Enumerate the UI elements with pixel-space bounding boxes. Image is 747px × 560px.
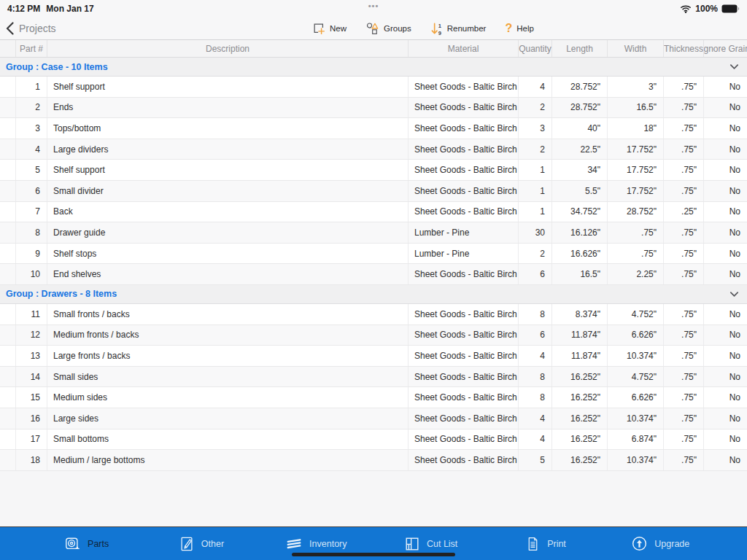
home-indicator[interactable] bbox=[292, 553, 455, 556]
cell-description: Large dividers bbox=[47, 139, 409, 160]
tab-parts[interactable]: Parts bbox=[29, 536, 144, 552]
table-row[interactable]: 8Drawer guideLumber - Pine3016.126".75".… bbox=[0, 222, 747, 244]
table-row[interactable]: 13Large fronts / backsSheet Goods - Balt… bbox=[0, 346, 747, 367]
table-row[interactable]: 4Large dividersSheet Goods - Baltic Birc… bbox=[0, 139, 747, 160]
cell-length: 16.126" bbox=[552, 222, 608, 243]
cell-ignore-grain: No bbox=[704, 264, 747, 284]
tape-measure-icon bbox=[64, 536, 81, 552]
cell-handle bbox=[0, 160, 16, 180]
cell-width: 3" bbox=[608, 77, 664, 97]
back-button-projects[interactable]: Projects bbox=[0, 22, 56, 35]
toolbar-button-help[interactable]: ?Help bbox=[505, 23, 533, 34]
cell-handle bbox=[0, 222, 16, 243]
table-row[interactable]: 18Medium / large bottomsSheet Goods - Ba… bbox=[0, 450, 747, 471]
cell-part: 5 bbox=[16, 160, 47, 180]
cell-description: Large fronts / backs bbox=[47, 346, 409, 366]
cell-quantity: 6 bbox=[519, 325, 552, 346]
cell-handle bbox=[0, 139, 16, 160]
back-chevron-icon bbox=[6, 22, 14, 35]
cell-ignore-grain: No bbox=[704, 139, 747, 160]
tab-print[interactable]: Print bbox=[488, 536, 603, 552]
toolbar-button-renumber[interactable]: 19Renumber bbox=[430, 22, 487, 36]
column-header-length[interactable]: Length bbox=[552, 40, 608, 57]
chevron-down-icon[interactable] bbox=[729, 61, 740, 72]
cell-width: 17.752" bbox=[608, 139, 664, 160]
table-row[interactable]: 12Medium fronts / backsSheet Goods - Bal… bbox=[0, 325, 747, 346]
cell-material: Sheet Goods - Baltic Birch bbox=[409, 98, 519, 118]
cell-length: 5.5" bbox=[552, 181, 608, 201]
table-row[interactable]: 11Small fronts / backsSheet Goods - Balt… bbox=[0, 304, 747, 325]
table-header: Part #DescriptionMaterialQuantityLengthW… bbox=[0, 40, 747, 58]
cell-ignore-grain: No bbox=[704, 202, 747, 222]
cell-length: 16.5" bbox=[552, 264, 608, 284]
table-row[interactable]: 10End shelvesSheet Goods - Baltic Birch6… bbox=[0, 264, 747, 285]
table-row[interactable]: 7BackSheet Goods - Baltic Birch134.752"2… bbox=[0, 202, 747, 223]
cell-part: 15 bbox=[16, 387, 47, 408]
table-row[interactable]: 1Shelf supportSheet Goods - Baltic Birch… bbox=[0, 77, 747, 98]
tab-inventory[interactable]: Inventory bbox=[259, 536, 374, 552]
cell-part: 10 bbox=[16, 264, 47, 284]
table-row[interactable]: 5Shelf supportSheet Goods - Baltic Birch… bbox=[0, 160, 747, 181]
tab-other[interactable]: Other bbox=[144, 536, 258, 552]
column-header-material[interactable]: Material bbox=[409, 40, 519, 57]
table-row[interactable]: 9Shelf stopsLumber - Pine216.626".75".75… bbox=[0, 244, 747, 265]
cell-quantity: 4 bbox=[519, 77, 552, 97]
cell-quantity: 8 bbox=[519, 304, 552, 324]
group-header-drawers-8-items[interactable]: Group : Drawers - 8 Items bbox=[0, 285, 747, 304]
cell-length: 16.252" bbox=[552, 429, 608, 450]
table-row[interactable]: 15Medium sidesSheet Goods - Baltic Birch… bbox=[0, 387, 747, 408]
toolbar-button-new[interactable]: New bbox=[312, 22, 347, 35]
upgrade-arrow-icon bbox=[631, 535, 648, 552]
cell-ignore-grain: No bbox=[704, 98, 747, 118]
toolbar-button-groups[interactable]: Groups bbox=[365, 22, 411, 35]
cell-handle bbox=[0, 98, 16, 118]
cell-quantity: 4 bbox=[519, 346, 552, 366]
group-header-case-10-items[interactable]: Group : Case - 10 Items bbox=[0, 58, 747, 77]
column-header-quantity[interactable]: Quantity bbox=[519, 40, 552, 57]
cell-handle bbox=[0, 429, 16, 450]
table-row[interactable]: 2EndsSheet Goods - Baltic Birch228.752"1… bbox=[0, 98, 747, 119]
table-row[interactable]: 14Small sidesSheet Goods - Baltic Birch8… bbox=[0, 367, 747, 388]
table-row[interactable]: 6Small dividerSheet Goods - Baltic Birch… bbox=[0, 181, 747, 202]
column-header-description[interactable]: Description bbox=[47, 40, 409, 57]
group-header-label: Group : Drawers - 8 Items bbox=[6, 289, 117, 299]
cell-thickness: .75" bbox=[664, 139, 704, 160]
help-icon: ? bbox=[505, 23, 512, 34]
tab-cut-list[interactable]: Cut List bbox=[374, 536, 488, 552]
svg-text:9: 9 bbox=[438, 29, 441, 35]
cell-length: 11.874" bbox=[552, 346, 608, 366]
cell-width: .75" bbox=[608, 222, 664, 243]
cell-quantity: 2 bbox=[519, 244, 552, 264]
column-header-ignore-grain[interactable]: Ignore Grain bbox=[704, 40, 747, 57]
cell-handle bbox=[0, 181, 16, 201]
panel-layout-icon bbox=[404, 536, 420, 552]
cell-handle bbox=[0, 118, 16, 139]
cell-part: 8 bbox=[16, 222, 47, 243]
chevron-down-icon[interactable] bbox=[729, 289, 740, 300]
cell-description: Shelf stops bbox=[47, 244, 409, 264]
cell-quantity: 4 bbox=[519, 429, 552, 450]
svg-text:1: 1 bbox=[438, 23, 441, 29]
cell-thickness: .75" bbox=[664, 325, 704, 346]
tab-label: Upgrade bbox=[654, 539, 689, 549]
groups-icon bbox=[365, 22, 379, 35]
column-header-width[interactable]: Width bbox=[608, 40, 664, 57]
cell-material: Sheet Goods - Baltic Birch bbox=[409, 160, 519, 180]
table-row[interactable]: 17Small bottomsSheet Goods - Baltic Birc… bbox=[0, 429, 747, 451]
table-row[interactable]: 3Tops/bottomSheet Goods - Baltic Birch34… bbox=[0, 118, 747, 139]
tab-label: Parts bbox=[88, 539, 109, 549]
cell-length: 22.5" bbox=[552, 139, 608, 160]
table-row[interactable]: 16Large sidesSheet Goods - Baltic Birch4… bbox=[0, 408, 747, 429]
cell-width: 10.374" bbox=[608, 346, 664, 366]
cell-length: 40" bbox=[552, 118, 608, 139]
app-screen: 4:12 PM Mon Jan 17 ••• 100% bbox=[0, 0, 747, 560]
column-header-part[interactable]: Part # bbox=[16, 40, 47, 57]
tab-upgrade[interactable]: Upgrade bbox=[603, 535, 718, 552]
cell-width: 28.752" bbox=[608, 202, 664, 222]
column-header-thickness[interactable]: Thickness bbox=[664, 40, 704, 57]
cell-width: 17.752" bbox=[608, 181, 664, 201]
cell-material: Sheet Goods - Baltic Birch bbox=[409, 325, 519, 346]
cell-thickness: .75" bbox=[664, 77, 704, 97]
cell-handle bbox=[0, 304, 16, 324]
toolbar-button-label: Help bbox=[516, 24, 534, 33]
